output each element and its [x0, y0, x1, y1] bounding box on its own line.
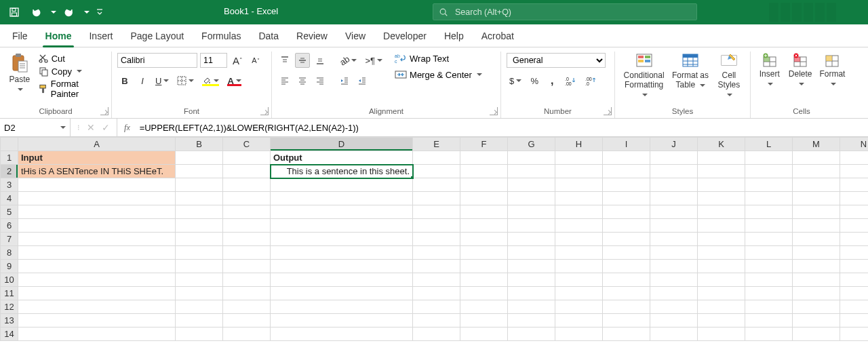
cell[interactable] [460, 327, 508, 341]
fill-color-button[interactable]: .btn[data-name="fill-color-button"].unde… [199, 73, 222, 88]
cell[interactable] [18, 260, 176, 273]
cell[interactable]: Output [271, 151, 413, 165]
cell[interactable] [508, 300, 555, 314]
column-header[interactable]: H [555, 138, 603, 151]
cell[interactable] [508, 327, 555, 341]
cell[interactable] [793, 219, 840, 233]
cell[interactable] [745, 287, 793, 300]
increase-indent-button[interactable] [355, 73, 370, 88]
tab-developer[interactable]: Developer [380, 26, 429, 47]
cell[interactable] [271, 327, 413, 341]
cell[interactable] [840, 233, 869, 246]
cell[interactable] [460, 273, 508, 287]
cell[interactable] [793, 314, 840, 327]
cell[interactable] [223, 178, 271, 192]
cell[interactable] [745, 165, 793, 178]
cell[interactable] [18, 246, 176, 260]
cell[interactable] [223, 233, 271, 246]
cell[interactable] [650, 260, 698, 273]
column-header[interactable]: F [460, 138, 508, 151]
text-direction-button[interactable]: >¶ [362, 53, 385, 68]
row-header[interactable]: 5 [1, 205, 18, 219]
cell[interactable] [603, 260, 650, 273]
cell[interactable] [176, 246, 223, 260]
copy-button[interactable]: Copy [38, 66, 106, 77]
cell[interactable] [223, 287, 271, 300]
cell[interactable] [223, 165, 271, 178]
cell[interactable] [603, 233, 650, 246]
cell[interactable] [745, 300, 793, 314]
cell[interactable] [271, 246, 413, 260]
tab-view[interactable]: View [342, 26, 368, 47]
cell[interactable] [508, 219, 555, 233]
row-header[interactable]: 10 [1, 273, 18, 287]
column-header[interactable]: K [698, 138, 745, 151]
align-right-button[interactable] [313, 73, 328, 88]
cell[interactable] [555, 260, 603, 273]
alignment-dialog-launcher[interactable] [490, 107, 498, 115]
font-dialog-launcher[interactable] [260, 107, 269, 115]
cell[interactable] [698, 151, 745, 165]
cell[interactable] [603, 192, 650, 205]
cell[interactable] [555, 178, 603, 192]
cell[interactable] [698, 314, 745, 327]
cell[interactable] [650, 273, 698, 287]
cell[interactable] [223, 192, 271, 205]
cell[interactable] [176, 287, 223, 300]
cell[interactable] [793, 287, 840, 300]
cell[interactable] [460, 165, 508, 178]
cell[interactable] [793, 260, 840, 273]
cell-styles-button[interactable]: Cell Styles [713, 52, 745, 100]
cell[interactable] [793, 151, 840, 165]
cell[interactable] [176, 260, 223, 273]
cell[interactable] [223, 327, 271, 341]
cell[interactable] [840, 314, 869, 327]
cell[interactable] [271, 178, 413, 192]
cell[interactable] [413, 165, 460, 178]
cell[interactable] [413, 260, 460, 273]
cell[interactable] [508, 260, 555, 273]
align-top-button[interactable] [277, 53, 292, 68]
decrease-indent-button[interactable] [337, 73, 352, 88]
cell[interactable] [793, 178, 840, 192]
merge-center-button[interactable]: Merge & Center [395, 69, 482, 80]
fill-handle[interactable] [410, 176, 413, 178]
worksheet-grid[interactable]: ABCDEFGHIJKLMN1InputOutput2tHis iS A SEN… [0, 137, 868, 341]
cell[interactable] [176, 151, 223, 165]
tab-formulas[interactable]: Formulas [199, 26, 243, 47]
tab-file[interactable]: File [9, 26, 31, 47]
cell[interactable] [698, 327, 745, 341]
cut-button[interactable]: Cut [38, 53, 106, 64]
format-as-table-button[interactable]: Format as Table [671, 52, 709, 91]
cell[interactable] [555, 233, 603, 246]
cell[interactable] [840, 178, 869, 192]
cell[interactable] [793, 300, 840, 314]
cell[interactable] [698, 233, 745, 246]
tab-home[interactable]: Home [43, 26, 75, 47]
select-all-corner[interactable] [1, 138, 18, 151]
cell[interactable] [271, 314, 413, 327]
cell[interactable] [508, 192, 555, 205]
cell[interactable] [18, 300, 176, 314]
cell[interactable] [793, 246, 840, 260]
row-header[interactable]: 12 [1, 300, 18, 314]
cell[interactable] [603, 219, 650, 233]
cell[interactable] [460, 151, 508, 165]
cell[interactable] [793, 165, 840, 178]
row-header[interactable]: 6 [1, 219, 18, 233]
cell[interactable] [413, 178, 460, 192]
cell[interactable] [176, 300, 223, 314]
cell[interactable] [176, 273, 223, 287]
tab-help[interactable]: Help [441, 26, 467, 47]
cell[interactable] [603, 151, 650, 165]
cell[interactable] [603, 246, 650, 260]
cell[interactable] [555, 165, 603, 178]
cell[interactable] [460, 314, 508, 327]
cell[interactable] [223, 205, 271, 219]
increase-font-button[interactable]: A˄ [230, 53, 245, 68]
cell[interactable] [413, 233, 460, 246]
cell[interactable] [745, 314, 793, 327]
cell[interactable] [223, 300, 271, 314]
cell[interactable] [840, 219, 869, 233]
cell[interactable] [793, 205, 840, 219]
